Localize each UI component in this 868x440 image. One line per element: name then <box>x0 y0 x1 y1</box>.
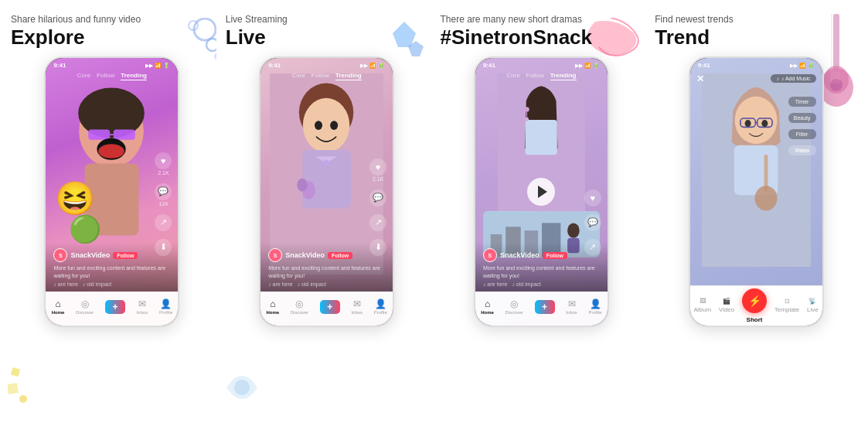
drama-play-btn[interactable] <box>527 178 555 206</box>
nav-profile-live[interactable]: 👤 Profile <box>374 298 387 315</box>
nav-home-live[interactable]: ⌂ Home <box>266 298 279 315</box>
tab-trending-live[interactable]: Trending <box>335 72 362 80</box>
explore-phone-wrapper: 😆 🟢 9:41 ▶▶📶🔋 Core Follow Tren <box>8 56 216 426</box>
tab-follow[interactable]: Follow <box>97 72 114 80</box>
explore-comment-btn[interactable]: 💬 124 <box>155 183 172 206</box>
explore-user-desc: More fun and exciting content and featur… <box>53 264 170 278</box>
trend-timer-item[interactable]: Timer <box>788 97 816 107</box>
tab-follow-drama[interactable]: Follow <box>526 72 544 80</box>
nav-discover-drama[interactable]: ◎ Discover <box>505 298 523 315</box>
drama-phone-screen: 9:41 ▶▶📶🔋 Core Follow Trending <box>475 58 608 326</box>
svg-point-9 <box>79 87 145 138</box>
nav-inbox-live[interactable]: ✉ Inbox <box>351 298 363 315</box>
live-like-btn[interactable]: ♥ 2.1K <box>369 159 386 182</box>
explore-follow-btn[interactable]: Follow <box>113 252 138 259</box>
trend-subtitle: Find newest trends <box>655 14 857 25</box>
nav-inbox-drama[interactable]: ✉ Inbox <box>566 298 577 315</box>
discover-label-explore: Discover <box>76 310 94 315</box>
record-btn[interactable]: ⚡ <box>742 288 767 313</box>
nav-discover-live[interactable]: ◎ Discover <box>291 298 308 315</box>
trend-filter-item[interactable]: Filter <box>788 129 816 139</box>
drama-avatar: S <box>483 248 497 262</box>
add-icon-live[interactable]: + <box>320 300 340 314</box>
explore-music2: ♪ old impact <box>83 281 111 287</box>
drama-time: 9:41 <box>483 62 495 69</box>
template-label: Template <box>774 306 799 313</box>
explore-like-btn[interactable]: ♥ 2.1K <box>155 152 172 176</box>
drama-follow-btn[interactable]: Follow <box>543 252 567 259</box>
tab-core-drama[interactable]: Core <box>506 72 519 80</box>
trend-tab-live[interactable]: 📡 Live <box>807 298 819 313</box>
drama-share-btn[interactable]: ↗ <box>584 239 601 256</box>
trend-music-btn[interactable]: ♪ ♪ Add Music <box>771 74 815 83</box>
trend-add-music-label: ♪ Add Music <box>781 76 811 81</box>
home-label-drama: Home <box>481 310 494 315</box>
drama-music2: ♪ old impact <box>512 281 540 287</box>
drama-subtitle: There are many new short dramas <box>441 14 643 25</box>
nav-inbox-explore[interactable]: ✉ Inbox <box>137 298 148 315</box>
add-icon-drama[interactable]: + <box>535 300 555 314</box>
nav-profile-drama[interactable]: 👤 Profile <box>589 298 602 315</box>
nav-add-explore[interactable]: + <box>105 300 125 314</box>
drama-phone-frame: 9:41 ▶▶📶🔋 Core Follow Trending <box>474 56 609 327</box>
nav-home-drama[interactable]: ⌂ Home <box>481 298 494 315</box>
tab-trending-drama[interactable]: Trending <box>550 72 577 80</box>
live-comment-btn[interactable]: 💬 <box>369 189 386 206</box>
nav-add-live[interactable]: + <box>320 300 340 314</box>
add-icon-explore[interactable]: + <box>105 300 125 314</box>
inbox-label-drama: Inbox <box>566 310 577 315</box>
trend-tab-album[interactable]: 🖼 Album <box>694 298 712 313</box>
nav-add-drama[interactable]: + <box>535 300 555 314</box>
live-label-trend: Live <box>807 306 819 313</box>
nav-profile-explore[interactable]: 👤 Profile <box>159 298 172 315</box>
nav-discover-explore[interactable]: ◎ Discover <box>76 298 94 315</box>
live-phone-screen: 9:41 ▶▶📶🔋 Core Follow Trending <box>260 58 393 326</box>
explore-share-btn[interactable]: ↗ <box>155 214 172 231</box>
svg-point-22 <box>315 121 322 130</box>
emoji-green: 🟢 <box>69 213 101 244</box>
svg-point-27 <box>323 159 329 165</box>
trend-close-btn[interactable]: ✕ <box>696 73 704 84</box>
album-label: Album <box>694 306 712 313</box>
drama-username: SnackVideo <box>500 251 540 259</box>
svg-point-57 <box>761 120 768 127</box>
svg-point-21 <box>303 97 349 152</box>
tab-follow-live[interactable]: Follow <box>311 72 329 80</box>
live-status-icons: ▶▶📶🔋 <box>360 63 385 69</box>
trend-video-item[interactable]: Video <box>788 145 816 155</box>
play-triangle-icon <box>538 186 547 198</box>
live-time: 9:41 <box>268 62 281 69</box>
live-share-btn[interactable]: ↗ <box>369 214 386 231</box>
tab-trending-explore[interactable]: Trending <box>121 72 147 80</box>
live-nav-tabs[interactable]: Core Follow Trending <box>260 72 393 80</box>
trend-tab-video[interactable]: 🎬 Video <box>719 298 734 313</box>
tab-core[interactable]: Core <box>77 72 90 80</box>
inbox-icon-explore: ✉ <box>138 298 146 309</box>
drama-status-bar: 9:41 ▶▶📶🔋 <box>475 58 608 73</box>
explore-download-btn[interactable]: ⬇ <box>155 239 172 256</box>
live-share-icon: ↗ <box>369 214 386 231</box>
trend-bottom-bar: 🖼 Album 🎬 Video ⚡ Short ⊡ <box>690 285 822 326</box>
tab-core-live[interactable]: Core <box>292 72 305 80</box>
live-follow-btn[interactable]: Follow <box>328 252 352 259</box>
svg-rect-10 <box>89 129 111 139</box>
drama-nav-tabs[interactable]: Core Follow Trending <box>475 72 608 80</box>
drama-user-row: S SnackVideo Follow <box>483 248 600 262</box>
live-download-btn[interactable]: ⬇ <box>369 239 386 256</box>
explore-nav-tabs[interactable]: Core Follow Trending <box>46 72 178 80</box>
template-icon: ⊡ <box>785 298 790 305</box>
drama-comment-btn[interactable]: 💬 <box>584 214 601 231</box>
trend-beauty-item[interactable]: Beauty <box>788 113 816 123</box>
inbox-icon-live: ✉ <box>353 298 361 309</box>
explore-title: Explore <box>11 26 213 49</box>
comment-icon: 💬 <box>155 183 172 200</box>
drama-like-btn[interactable]: ♥ <box>584 189 601 206</box>
trend-title: Trend <box>655 26 857 49</box>
trend-tab-short[interactable]: ⚡ Short <box>742 288 767 323</box>
profile-label-drama: Profile <box>589 310 602 315</box>
live-phone-frame: 9:41 ▶▶📶🔋 Core Follow Trending <box>259 56 394 327</box>
inbox-label-live: Inbox <box>351 310 363 315</box>
nav-home-explore[interactable]: ⌂ Home <box>52 298 65 315</box>
trend-tab-template[interactable]: ⊡ Template <box>774 298 799 313</box>
discover-label-live: Discover <box>291 310 308 315</box>
